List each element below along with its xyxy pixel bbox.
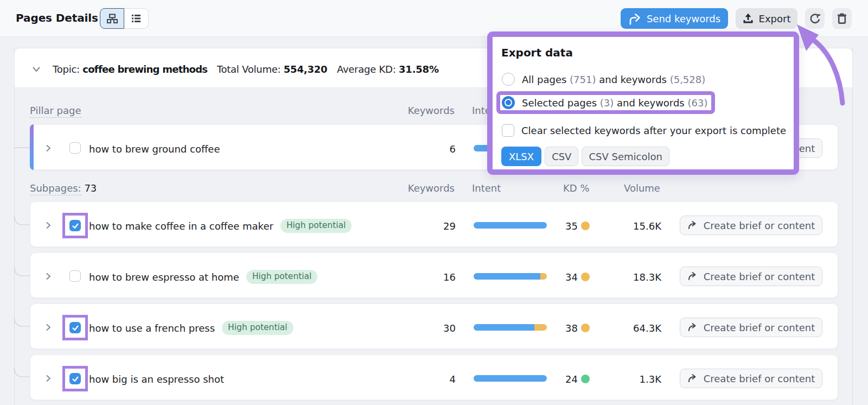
- intent-segment-yellow: [534, 324, 547, 331]
- export-popup: Export data All pages (751) and keywords…: [487, 31, 799, 175]
- expand-chevron-icon[interactable]: [44, 144, 52, 152]
- intent-segment-blue: [474, 222, 547, 229]
- create-brief-button[interactable]: Create brief or content: [680, 216, 822, 235]
- format-csv-button[interactable]: CSV: [545, 147, 578, 166]
- row-checkbox[interactable]: [69, 270, 81, 282]
- create-brief-label: Create brief or content: [704, 271, 815, 282]
- keywords-count: 6: [450, 126, 456, 171]
- col-header-volume: Volume: [624, 182, 660, 194]
- row-checkbox[interactable]: [69, 220, 81, 231]
- create-brief-label: Create brief or content: [704, 322, 815, 333]
- subpages-header[interactable]: Subpages: 73: [30, 182, 97, 194]
- format-xlsx-button[interactable]: XLSX: [501, 147, 541, 166]
- col-label: Volume: [624, 182, 660, 194]
- expand-chevron-icon[interactable]: [44, 273, 52, 280]
- col-label: Keywords: [408, 182, 455, 194]
- checkbox-annotation-highlight: [62, 366, 88, 391]
- volume-value: 1.3K: [640, 357, 661, 401]
- intent-bar: [474, 222, 547, 229]
- kd-dot: [581, 273, 590, 281]
- view-toggle-list[interactable]: [124, 8, 149, 29]
- high-potential-badge: High potential: [280, 219, 352, 232]
- create-brief-button[interactable]: Create brief or content: [680, 318, 822, 337]
- upload-icon: [743, 13, 754, 24]
- checkbox-annotation-highlight: [62, 315, 88, 340]
- clear-selected-row[interactable]: Clear selected keywords after your expor…: [502, 123, 786, 138]
- row-checkbox[interactable]: [69, 373, 81, 384]
- table-row[interactable]: how big is an espresso shot 4 24 1.3K Cr…: [30, 355, 838, 400]
- kd-value: 34: [565, 255, 578, 299]
- intent-bar: [474, 324, 547, 331]
- table-row[interactable]: how to brew espresso at homeHigh potenti…: [30, 252, 838, 298]
- kd-dot: [581, 324, 590, 332]
- pillar-accent-bar: [30, 124, 34, 170]
- keywords-count: 4: [450, 357, 456, 401]
- export-popup-title: Export data: [501, 46, 573, 59]
- view-toggle-tree[interactable]: [100, 8, 124, 29]
- format-csv-semicolon-button[interactable]: CSV Semicolon: [582, 147, 669, 166]
- row-checkbox[interactable]: [69, 142, 81, 154]
- row-checkbox[interactable]: [69, 322, 81, 333]
- create-brief-label: Create brief or content: [704, 220, 815, 231]
- table-row[interactable]: how to use a french pressHigh potential …: [30, 303, 838, 349]
- send-keywords-label: Send keywords: [647, 13, 720, 24]
- export-option-all[interactable]: All pages (751) and keywords (5,528): [502, 72, 705, 87]
- kd-value: 24: [565, 357, 578, 401]
- checkbox-annotation-highlight: [62, 213, 88, 238]
- keywords-count: 29: [443, 204, 456, 248]
- selected-option-highlight: [496, 91, 715, 114]
- kd-dot: [581, 375, 590, 383]
- clear-selected-checkbox[interactable]: [502, 124, 514, 137]
- send-keywords-button[interactable]: Send keywords: [621, 8, 728, 29]
- redo-arrow-icon: [687, 373, 698, 384]
- create-brief-button[interactable]: Create brief or content: [680, 267, 822, 286]
- intent-bar: [474, 375, 547, 382]
- row-title: how to use a french press: [89, 322, 215, 334]
- intent-segment-blue: [474, 324, 534, 331]
- volume-value: 64.3K: [633, 306, 661, 350]
- topic-label: Topic:: [53, 64, 80, 75]
- table-row[interactable]: how to make coffee in a coffee makerHigh…: [30, 201, 838, 247]
- export-label: Export: [759, 13, 791, 24]
- refresh-button[interactable]: [805, 8, 825, 29]
- col-header-keywords-2: Keywords: [407, 182, 455, 194]
- redo-arrow-icon: [687, 220, 698, 231]
- create-brief-button[interactable]: Create brief or content: [680, 369, 822, 388]
- intent-bar: [474, 273, 547, 280]
- delete-button[interactable]: [832, 8, 852, 29]
- expand-chevron-icon[interactable]: [44, 324, 52, 331]
- check-icon: [72, 222, 79, 230]
- intent-segment-blue: [474, 273, 540, 280]
- total-volume-value: 554,320: [284, 64, 328, 75]
- trash-icon: [837, 13, 847, 24]
- export-button[interactable]: Export: [736, 8, 797, 29]
- high-potential-badge: High potential: [222, 321, 293, 334]
- col-header-kd: KD %: [563, 182, 590, 194]
- pages-details-screen: Pages Details Send keywords Export: [0, 0, 868, 405]
- pillar-page-header[interactable]: Pillar page: [30, 105, 81, 116]
- redo-arrow-icon: [687, 271, 698, 282]
- chevron-down-icon[interactable]: [32, 65, 41, 74]
- expand-chevron-icon[interactable]: [44, 375, 52, 382]
- check-icon: [72, 324, 79, 332]
- kd-dot: [581, 222, 590, 230]
- keywords-count: 16: [443, 255, 456, 299]
- option-all-label: All pages (751) and keywords (5,528): [522, 74, 705, 85]
- page-title: Pages Details: [16, 11, 98, 24]
- average-kd-value: 31.58%: [399, 64, 439, 75]
- check-icon: [72, 375, 79, 383]
- redo-arrow-icon: [687, 322, 698, 333]
- pillar-page-label: Pillar page: [30, 105, 81, 118]
- col-header-keywords: Keywords: [407, 105, 455, 116]
- row-title: how to brew ground coffee: [89, 143, 220, 155]
- col-header-intent-2: Intent: [472, 182, 501, 194]
- volume-value: 15.6K: [633, 204, 661, 248]
- high-potential-badge: High potential: [246, 270, 318, 283]
- expand-chevron-icon[interactable]: [44, 222, 52, 229]
- total-volume-label: Total Volume:: [217, 64, 281, 75]
- list-icon: [131, 13, 142, 24]
- intent-segment-yellow: [540, 273, 547, 280]
- radio-all-pages[interactable]: [502, 73, 515, 86]
- kd-value: 35: [565, 204, 578, 248]
- volume-value: 18.3K: [633, 255, 661, 299]
